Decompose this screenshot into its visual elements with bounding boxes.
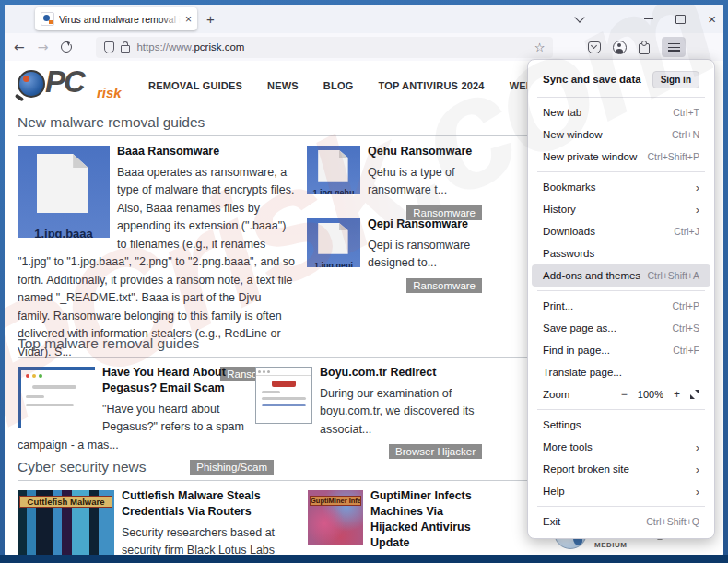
menu-item-label: Save page as... (543, 323, 673, 334)
menu-item-passwords[interactable]: Passwords (532, 242, 710, 264)
nav-removal-guides[interactable]: REMOVAL GUIDES (148, 80, 242, 91)
category-badge[interactable]: Phishing/Scam (190, 460, 274, 475)
article-thumbnail[interactable] (18, 367, 95, 428)
article-baaa[interactable]: 1.jpg.baaa Baaa Ransomware Baaa operates… (18, 144, 296, 381)
menu-item-label: New window (543, 129, 672, 140)
magnifier-icon (18, 70, 45, 98)
refresh-button[interactable] (61, 41, 72, 53)
menu-item-bookmarks[interactable]: Bookmarks› (532, 176, 710, 198)
menu-item-exit[interactable]: ExitCtrl+Shift+Q (532, 510, 710, 533)
bookmark-star-icon[interactable]: ☆ (534, 41, 546, 54)
menu-item-label: Report broken site (543, 463, 696, 475)
menu-item-sync[interactable]: Sync and save data Sign in (532, 65, 710, 93)
zoom-in-button[interactable]: + (674, 388, 680, 401)
menu-item-label: Passwords (543, 248, 699, 259)
menu-separator (537, 171, 705, 172)
tab-title: Virus and malware removal inst (59, 14, 181, 25)
article-cuttlefish[interactable]: Cuttlefish Malware Cuttlefish Malware St… (18, 488, 290, 555)
url-scheme: https://www. (136, 41, 194, 53)
menu-item-shortcut: Ctrl+T (673, 107, 699, 118)
thumbnail-label: GuptiMiner Infects (310, 496, 361, 506)
article-boyu[interactable]: Boyu.com.tr Redirect During our examinat… (255, 365, 482, 459)
menu-item-label: Find in page... (543, 345, 673, 356)
menu-item-new-window[interactable]: New windowCtrl+N (532, 123, 710, 146)
pocket-icon[interactable] (588, 41, 601, 53)
maximize-button[interactable] (675, 15, 686, 24)
article-qepi[interactable]: 1.jpg.qepi Qepi Ransomware Qepi is ranso… (307, 217, 482, 293)
menu-item-label: New private window (543, 151, 647, 162)
extensions-icon[interactable] (639, 43, 650, 54)
menu-item-report-broken-site[interactable]: Report broken site› (532, 458, 710, 480)
screenshot-frame: Virus and malware removal inst × + × ← →… (0, 0, 728, 563)
close-window-button[interactable]: × (708, 12, 716, 26)
menu-item-label: New tab (543, 107, 673, 118)
menu-item-label: History (543, 204, 696, 215)
menu-item-find-in-page[interactable]: Find in page...Ctrl+F (532, 339, 710, 361)
article-thumbnail[interactable]: 1.jpg.qehu (307, 146, 360, 194)
new-tab-button[interactable]: + (206, 11, 215, 27)
red-button (272, 381, 296, 387)
file-icon (37, 154, 88, 213)
tracking-shield-icon[interactable] (104, 41, 114, 53)
article-thumbnail[interactable]: 1.jpg.baaa (18, 146, 110, 238)
url-input[interactable]: https://www.pcrisk.com ☆ (96, 37, 553, 58)
menu-item-label: Help (543, 486, 696, 497)
back-button[interactable]: ← (14, 40, 25, 54)
menu-item-translate-page[interactable]: Translate page... (532, 361, 710, 383)
file-icon (318, 223, 347, 254)
nav-news[interactable]: NEWS (267, 80, 299, 91)
nav-blog[interactable]: BLOG (323, 80, 354, 91)
nav-top-antivirus[interactable]: TOP ANTIVIRUS 2024 (378, 80, 484, 91)
menu-item-shortcut: Ctrl+P (673, 300, 699, 311)
article-qehu[interactable]: 1.jpg.qehu Qehu Ransomware Qehu is a typ… (307, 144, 482, 220)
thumbnail-caption: 1.jpg.baaa (18, 227, 110, 238)
https-lock-icon[interactable] (121, 45, 130, 53)
menu-item-new-tab[interactable]: New tabCtrl+T (532, 101, 710, 123)
article-thumbnail[interactable]: 1.jpg.qepi (307, 218, 360, 267)
tab-close-icon[interactable]: × (185, 14, 192, 25)
threat-level-label: MEDIUM (594, 541, 709, 549)
article-thumbnail[interactable] (255, 367, 312, 424)
category-badge[interactable]: Browser Hijacker (389, 444, 482, 459)
article-thumbnail[interactable]: Cuttlefish Malware (18, 490, 114, 555)
account-icon[interactable] (613, 41, 627, 54)
list-tabs-chevron-icon[interactable] (575, 12, 585, 22)
menu-item-label: Sync and save data (543, 74, 652, 85)
thumbnail-label: Cuttlefish Malware (19, 496, 112, 508)
email-screenshot (21, 370, 95, 428)
zoom-level-value[interactable]: 100% (638, 389, 663, 400)
sign-in-button[interactable]: Sign in (652, 71, 699, 88)
url-text: https://www.pcrisk.com (136, 41, 527, 53)
menu-item-settings[interactable]: Settings (532, 414, 710, 436)
menu-separator (537, 290, 705, 291)
menu-item-more-tools[interactable]: More tools› (532, 436, 710, 458)
menu-item-print[interactable]: Print...Ctrl+P (532, 295, 710, 317)
menu-item-shortcut: Ctrl+S (673, 323, 699, 334)
menu-item-shortcut: Ctrl+Shift+A (647, 270, 699, 281)
menu-item-shortcut: Ctrl+Shift+P (647, 151, 699, 162)
minimize-button[interactable] (644, 18, 653, 19)
submenu-arrow-icon: › (696, 463, 699, 476)
menu-item-label: Translate page... (543, 367, 699, 378)
thumbnail-caption: 1.jpg.qepi (307, 261, 360, 267)
menu-item-label: Exit (543, 516, 646, 527)
menu-item-shortcut: Ctrl+Shift+Q (646, 516, 699, 527)
menu-item-new-private-window[interactable]: New private windowCtrl+Shift+P (532, 146, 710, 168)
menu-item-history[interactable]: History› (532, 198, 710, 220)
browser-tab[interactable]: Virus and malware removal inst × (35, 7, 197, 30)
menu-item-save-page-as[interactable]: Save page as...Ctrl+S (532, 317, 710, 339)
forward-button[interactable]: → (38, 40, 49, 54)
fullscreen-icon[interactable] (690, 390, 699, 399)
article-guptiminer[interactable]: GuptiMiner Infects GuptiMiner Infects Ma… (308, 488, 488, 555)
menu-item-downloads[interactable]: DownloadsCtrl+J (532, 220, 710, 242)
zoom-out-button[interactable]: − (621, 388, 628, 401)
frame-bottom-band (0, 555, 728, 563)
menu-button[interactable] (662, 37, 686, 57)
article-thumbnail[interactable]: GuptiMiner Infects (308, 490, 363, 545)
category-badge[interactable]: Ransomware (406, 278, 482, 293)
menu-separator (537, 97, 705, 98)
menu-item-help[interactable]: Help› (532, 480, 710, 502)
firefox-app-menu: Sync and save data Sign in New tabCtrl+T… (527, 59, 715, 539)
menu-item-addons-and-themes[interactable]: Add-ons and themesCtrl+Shift+A (532, 264, 710, 287)
article-pegasus[interactable]: Have You Heard About Pegasus? Email Scam… (18, 365, 274, 475)
